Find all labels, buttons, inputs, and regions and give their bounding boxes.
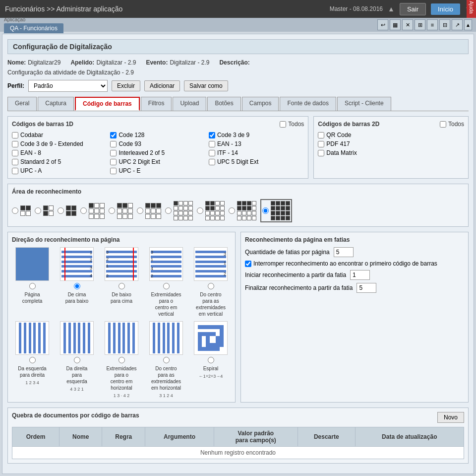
dir-cima-baixo: 1234 De cimapara baixo <box>57 247 97 317</box>
dir-pagina-completa-radio[interactable] <box>29 283 36 289</box>
qtd-input[interactable] <box>334 247 354 257</box>
cb-upce[interactable]: UPC - E <box>110 167 205 174</box>
main-container: Configuração de Digitalização Nome: Digi… <box>2 34 474 474</box>
config-title: Configuração de Digitalização <box>7 39 469 54</box>
chart-icon[interactable]: ⊟ <box>439 19 450 30</box>
dir-centro-ext-horiz-numbers: 3 1 2 4 <box>159 393 173 398</box>
subconfig-title: Configuração da atividade de Digitalizaç… <box>7 69 469 76</box>
cb-code3de9ext[interactable]: Code 3 de 9 - Extended <box>12 140 107 147</box>
cb-codabar[interactable]: Codabar <box>12 132 107 138</box>
tab-codigo-barras[interactable]: Código de barras <box>75 97 140 111</box>
subheader: Aplicação QA - Funcionários ↩ ▦ ✕ ⊞ ≡ ⊟ … <box>0 18 476 32</box>
pattern-8[interactable] <box>197 201 225 220</box>
cb-standard2of5[interactable]: Standard 2 of 5 <box>12 158 107 165</box>
tab-botoes[interactable]: Botões <box>207 97 240 111</box>
cb-itf14[interactable]: ITF - 14 <box>209 149 304 156</box>
cb-pdf417[interactable]: PDF 417 <box>318 140 464 147</box>
pattern-1[interactable] <box>12 205 31 216</box>
user-icon: ▲ <box>388 5 395 13</box>
cb-upca[interactable]: UPC - A <box>12 167 107 174</box>
dir-espiral: Espiral ←1+2+3→4 <box>190 321 231 398</box>
tab-fonte-dados[interactable]: Fonte de dados <box>280 97 336 111</box>
dir-ext-centro-vert: 3142 Extremidadespara ocentro emvertical <box>146 247 186 317</box>
apelido-item: Apelido: Digitalizar - 2.9 <box>70 59 136 66</box>
app-tab[interactable]: QA - Funcionários <box>4 23 63 33</box>
break-title: Quebra de documentos por código de barra… <box>12 412 139 419</box>
svg-rect-7 <box>206 336 210 343</box>
inicio-button[interactable]: Início <box>431 3 460 15</box>
pattern-5[interactable] <box>109 203 133 219</box>
pattern-4[interactable] <box>80 203 105 219</box>
dir-centro-ext-vert-radio[interactable] <box>208 283 214 289</box>
end-input[interactable] <box>357 283 376 293</box>
dir-espiral-numbers: ←1+2+3→4 <box>199 374 223 379</box>
ajuda-button[interactable]: Ajuda <box>467 0 476 18</box>
pattern-6[interactable] <box>137 203 161 219</box>
start-label: Iniciar reconhecimento a partir da fatia <box>245 272 346 278</box>
toolbar-icons: ↩ ▦ ✕ ⊞ ≡ ⊟ ↗ ▲ <box>377 19 472 30</box>
todos-1d-checkbox[interactable] <box>280 121 286 128</box>
cb-qrcode[interactable]: QR Code <box>318 132 464 138</box>
cb-upc2digit[interactable]: UPC 2 Digit Ext <box>110 158 205 165</box>
tab-campos[interactable]: Campos <box>242 97 279 111</box>
barcode-1d-header: Códigos de barras 1D Todos <box>12 121 304 128</box>
cb-interleaved[interactable]: Interleaved 2 of 5 <box>110 149 205 156</box>
tab-captura[interactable]: Captura <box>38 97 74 111</box>
recognition-area-title: Área de reconhecimento <box>12 188 464 195</box>
break-header: Quebra de documentos por código de barra… <box>12 412 464 423</box>
pattern-2[interactable] <box>35 205 54 216</box>
delete-icon[interactable]: ✕ <box>402 19 413 30</box>
barcode-2d-list: QR Code PDF 417 Data Matrix <box>318 132 464 156</box>
barcode-1d-list: Codabar Code 128 Code 3 de 9 Code 3 de 9… <box>12 132 304 174</box>
dir-dir-esq-radio[interactable] <box>74 357 80 363</box>
cb-code93[interactable]: Code 93 <box>110 140 205 147</box>
grid-icon[interactable]: ▦ <box>390 19 401 30</box>
table-header-row: Ordem Nome Regra Argumento Valor padrãop… <box>12 427 464 447</box>
pattern-7[interactable] <box>165 201 193 220</box>
tab-geral[interactable]: Geral <box>7 97 37 111</box>
pattern-7-visual <box>174 201 193 220</box>
todos-2d-checkbox[interactable] <box>440 121 446 128</box>
dir-pagina-completa-visual <box>15 247 49 281</box>
dir-baixo-cima-radio[interactable] <box>119 283 125 289</box>
todos-2d-label[interactable]: Todos <box>440 121 464 128</box>
dir-esq-dir-radio[interactable] <box>29 357 36 363</box>
pattern-10[interactable] <box>260 199 292 222</box>
dir-ext-centro-horiz-radio[interactable] <box>119 357 125 363</box>
novo-button[interactable]: Novo <box>437 412 464 423</box>
barcode-2d-header: Códigos de barras 2D Todos <box>318 121 464 128</box>
tab-filtros[interactable]: Filtros <box>141 97 172 111</box>
pattern-3[interactable] <box>58 205 76 216</box>
back-icon[interactable]: ↩ <box>377 19 388 30</box>
dir-cima-baixo-radio[interactable] <box>74 283 80 289</box>
pattern-9[interactable] <box>229 201 256 220</box>
salvar-como-button[interactable]: Salvar como <box>184 80 228 91</box>
adicionar-button[interactable]: Adicionar <box>144 80 180 91</box>
tab-upload[interactable]: Upload <box>173 97 206 111</box>
cb-code128[interactable]: Code 128 <box>110 132 205 138</box>
start-input[interactable] <box>350 270 370 280</box>
scroll-up-icon[interactable]: ▲ <box>464 19 472 30</box>
barcode-1d-section: Códigos de barras 1D Todos Codabar Code … <box>7 116 308 179</box>
svg-rect-0 <box>198 325 224 329</box>
cb-code3de9[interactable]: Code 3 de 9 <box>209 132 304 138</box>
table-icon[interactable]: ⊞ <box>415 19 425 30</box>
dir-esq-dir-visual <box>15 321 49 355</box>
excluir-button[interactable]: Excluir <box>112 80 140 91</box>
cb-ean13[interactable]: EAN - 13 <box>209 140 304 147</box>
todos-1d-label[interactable]: Todos <box>280 121 304 128</box>
apelido-value: Digitalizar - 2.9 <box>96 59 136 66</box>
barcode-2d-section: Códigos de barras 2D Todos QR Code PDF 4… <box>313 116 469 179</box>
dir-centro-ext-horiz-radio[interactable] <box>163 357 170 363</box>
sair-button[interactable]: Sair <box>400 3 426 15</box>
cb-ean8[interactable]: EAN - 8 <box>12 149 107 156</box>
cb-datamatrix[interactable]: Data Matrix <box>318 149 464 156</box>
dir-ext-centro-vert-radio[interactable] <box>163 283 170 289</box>
tab-script-cliente[interactable]: Script - Cliente <box>337 97 391 111</box>
export-icon[interactable]: ↗ <box>452 19 463 30</box>
dir-espiral-radio[interactable] <box>208 357 214 363</box>
cb-upc5digit[interactable]: UPC 5 Digit Ext <box>209 158 304 165</box>
list-icon[interactable]: ≡ <box>427 19 438 30</box>
interrupt-checkbox[interactable] <box>245 261 251 267</box>
perfil-select[interactable]: Padrão <box>28 80 108 92</box>
